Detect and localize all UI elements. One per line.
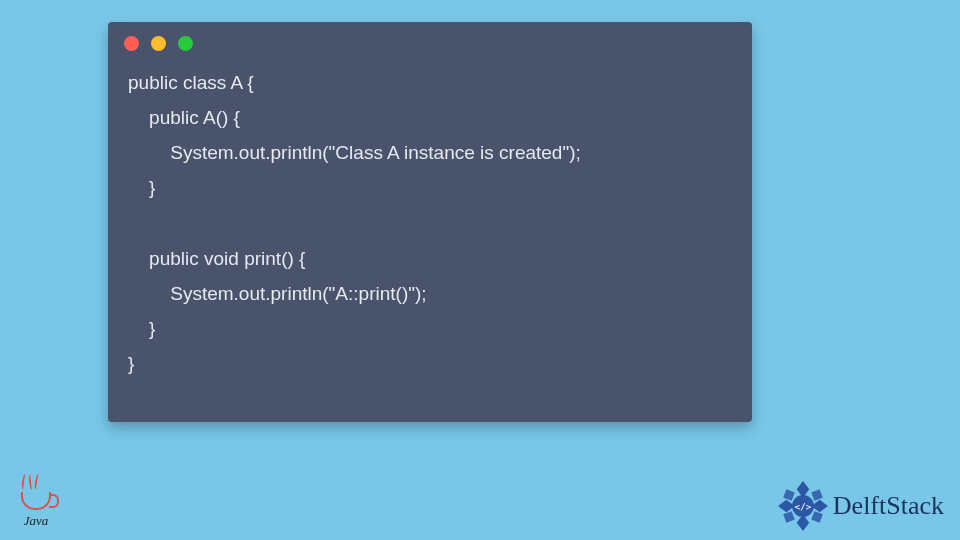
- svg-marker-7: [811, 511, 822, 522]
- brand-name: DelftStack: [833, 491, 944, 521]
- window-titlebar: [108, 22, 752, 59]
- close-icon[interactable]: [124, 36, 139, 51]
- java-logo: Java: [12, 474, 60, 534]
- svg-marker-5: [811, 489, 822, 500]
- svg-marker-6: [783, 511, 794, 522]
- delftstack-logo: </> DelftStack: [777, 480, 944, 532]
- steam-icon: [22, 474, 40, 492]
- maximize-icon[interactable]: [178, 36, 193, 51]
- java-label: Java: [24, 513, 49, 529]
- code-glyph-icon: </>: [794, 501, 811, 512]
- cup-icon: [21, 492, 51, 510]
- code-block: public class A { public A() { System.out…: [108, 59, 752, 397]
- delftstack-mark-icon: </>: [777, 480, 829, 532]
- code-window: public class A { public A() { System.out…: [108, 22, 752, 422]
- svg-marker-4: [783, 489, 794, 500]
- minimize-icon[interactable]: [151, 36, 166, 51]
